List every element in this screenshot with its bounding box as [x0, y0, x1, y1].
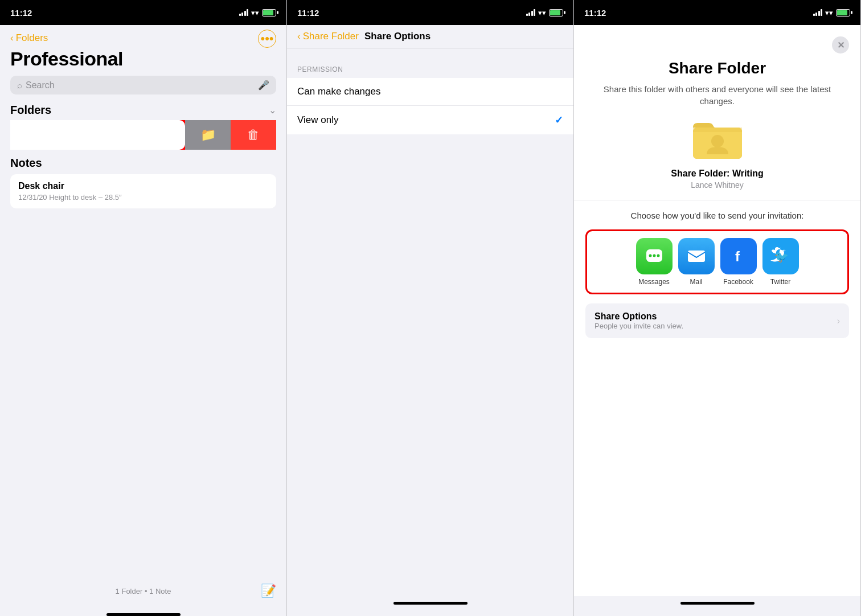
- share-options-row[interactable]: Share Options People you invite can view…: [585, 303, 849, 338]
- svg-point-11: [657, 254, 659, 257]
- share-options-title: Share Options: [594, 311, 683, 322]
- svg-rect-6: [693, 128, 742, 132]
- invitation-label: Choose how you'd like to send your invit…: [585, 210, 849, 221]
- back-chevron-1: ‹: [10, 32, 14, 44]
- signal-icon-3: [813, 9, 823, 16]
- status-time-2: 11:12: [297, 8, 319, 18]
- mail-app-icon: [678, 238, 715, 274]
- share-options-chevron: ›: [837, 316, 840, 326]
- share-app-messages[interactable]: Messages: [636, 238, 673, 286]
- folder-row[interactable]: 5 ›: [10, 120, 185, 150]
- facebook-label: Facebook: [723, 278, 753, 286]
- divider-1: [574, 200, 860, 200]
- share-options-text: Share Options People you invite can view…: [594, 311, 683, 330]
- nav-back-chevron: ‹: [297, 31, 301, 42]
- search-input[interactable]: Search: [26, 80, 255, 91]
- share-dialog-title: Share Folder: [585, 59, 849, 77]
- panel-share-options: 11:12 ▾▾ ‹ Share Folder Share Options PE…: [287, 0, 574, 616]
- panel-share-folder-dialog: 11:12 ▾▾ ✕ Share Folder Share this folde…: [574, 0, 861, 616]
- nav-back-label[interactable]: Share Folder: [303, 31, 359, 42]
- share-app-twitter[interactable]: 🐦 Twitter: [762, 238, 799, 286]
- home-indicator-1: [106, 613, 181, 616]
- back-nav-1[interactable]: ‹ Folders: [10, 32, 48, 44]
- facebook-app-icon: f: [720, 238, 757, 274]
- permission-item-0[interactable]: Can make changes: [287, 78, 573, 106]
- home-indicator-3: [680, 602, 755, 605]
- battery-icon-1: [262, 9, 276, 17]
- twitter-label: Twitter: [770, 278, 790, 286]
- permission-section: PERMISSION Can make changes View only ✓: [287, 65, 573, 134]
- messages-app-icon: [636, 238, 673, 274]
- messages-label: Messages: [638, 278, 670, 286]
- note-title: Desk chair: [18, 181, 268, 191]
- battery-icon-2: [549, 9, 563, 17]
- trash-swipe-icon: 🗑: [247, 128, 260, 142]
- status-icons-1: ▾▾: [239, 9, 277, 17]
- svg-text:🐦: 🐦: [774, 250, 789, 264]
- svg-point-9: [649, 254, 651, 257]
- share-apps-row: Messages Mail f Facebook: [585, 229, 849, 294]
- folder-name: Share Folder: Writing: [585, 169, 849, 179]
- permission-option-0: Can make changes: [297, 86, 380, 97]
- page-title-1: Professional: [10, 48, 276, 70]
- home-indicator-2: [393, 602, 468, 605]
- folder-icon-container: [585, 117, 849, 162]
- wifi-icon-2: ▾▾: [538, 9, 546, 17]
- battery-icon-3: [836, 9, 850, 17]
- panel-notes-list: 11:12 ▾▾ ‹ Folders ••• Professional ⌕ Se…: [0, 0, 287, 616]
- svg-text:f: f: [735, 249, 740, 264]
- folder-icon: [692, 117, 743, 162]
- folders-section-title: Folders: [10, 104, 51, 117]
- panel1-header: ‹ Folders ••• Professional: [0, 25, 286, 70]
- search-icon: ⌕: [17, 80, 22, 90]
- permission-label: PERMISSION: [287, 65, 573, 73]
- bottom-bar-1: 1 Folder • 1 Note 📝: [0, 578, 286, 610]
- status-icons-3: ▾▾: [813, 9, 851, 17]
- status-time-3: 11:12: [584, 8, 606, 18]
- status-bar-1: 11:12 ▾▾: [0, 0, 286, 25]
- share-app-mail[interactable]: Mail: [678, 238, 715, 286]
- share-options-subtitle: People you invite can view.: [594, 322, 683, 330]
- twitter-app-icon: 🐦: [762, 238, 799, 274]
- share-app-facebook[interactable]: f Facebook: [720, 238, 757, 286]
- back-label-1[interactable]: Folders: [16, 32, 48, 44]
- status-icons-2: ▾▾: [526, 9, 564, 17]
- share-folder-dialog: ✕ Share Folder Share this folder with ot…: [574, 25, 860, 596]
- folder-swipe-icon: 📁: [200, 128, 216, 142]
- move-swipe-button[interactable]: 📁: [185, 120, 231, 150]
- svg-point-10: [653, 254, 655, 257]
- mic-icon[interactable]: 🎤: [258, 80, 269, 91]
- svg-rect-12: [688, 250, 705, 262]
- signal-icon-1: [239, 9, 249, 16]
- permission-option-1: View only: [297, 114, 338, 126]
- folders-section-header: Folders ⌄: [0, 100, 286, 120]
- wifi-icon-1: ▾▾: [251, 9, 259, 17]
- folder-owner: Lance Whitney: [585, 180, 849, 190]
- nav-title: Share Options: [364, 31, 430, 42]
- close-button[interactable]: ✕: [832, 36, 849, 54]
- signal-icon-2: [526, 9, 536, 16]
- search-bar[interactable]: ⌕ Search 🎤: [10, 76, 276, 95]
- permission-item-1[interactable]: View only ✓: [287, 106, 573, 134]
- permission-checkmark-1: ✓: [555, 114, 563, 126]
- folder-row-container: 5 › 📁 🗑: [10, 120, 276, 150]
- note-meta: 12/31/20 Height to desk – 28.5″: [18, 193, 268, 202]
- notes-section: Notes Desk chair 12/31/20 Height to desk…: [10, 157, 276, 208]
- note-list-item[interactable]: Desk chair 12/31/20 Height to desk – 28.…: [10, 174, 276, 208]
- bottom-count: 1 Folder • 1 Note: [99, 587, 188, 596]
- folders-chevron-icon[interactable]: ⌄: [269, 105, 276, 116]
- svg-point-7: [711, 135, 724, 147]
- delete-swipe-button[interactable]: 🗑: [231, 120, 276, 150]
- permission-list: Can make changes View only ✓: [287, 78, 573, 134]
- panel2-nav: ‹ Share Folder Share Options: [287, 25, 573, 48]
- wifi-icon-3: ▾▾: [825, 9, 833, 17]
- compose-button[interactable]: 📝: [261, 584, 276, 598]
- status-time-1: 11:12: [10, 8, 32, 18]
- notes-section-title: Notes: [10, 157, 276, 170]
- status-bar-3: 11:12 ▾▾: [574, 0, 860, 25]
- share-dialog-subtitle: Share this folder with others and everyo…: [585, 83, 849, 107]
- more-options-button[interactable]: •••: [258, 30, 276, 48]
- status-bar-2: 11:12 ▾▾: [287, 0, 573, 25]
- mail-label: Mail: [690, 278, 702, 286]
